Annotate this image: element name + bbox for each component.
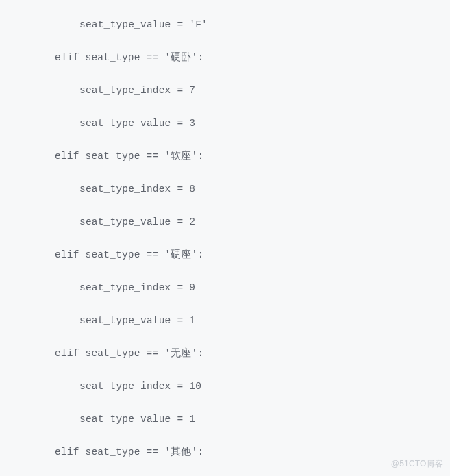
watermark: @51CTO博客 (391, 455, 443, 472)
code-line: seat_type_value = 2 (11, 214, 439, 230)
code-line: seat_type_value = 'F' (11, 16, 439, 33)
code-line: seat_type_index = 9 (11, 279, 439, 296)
code-line: seat_type_index = 10 (11, 378, 439, 394)
code-line: elif seat_type == '其他': (11, 444, 439, 460)
code-block: seat_type_value = 'F' elif seat_type == … (0, 0, 450, 476)
code-line: seat_type_index = 7 (11, 82, 439, 99)
code-line: seat_type_index = 8 (11, 181, 439, 197)
code-line: elif seat_type == '硬座': (11, 247, 439, 263)
code-line: seat_type_value = 1 (11, 411, 439, 427)
code-line: seat_type_value = 3 (11, 115, 439, 131)
code-line: elif seat_type == '无座': (11, 345, 439, 362)
code-line: seat_type_value = 1 (11, 312, 439, 329)
code-line: elif seat_type == '硬卧': (11, 49, 439, 66)
code-line: elif seat_type == '软座': (11, 148, 439, 164)
